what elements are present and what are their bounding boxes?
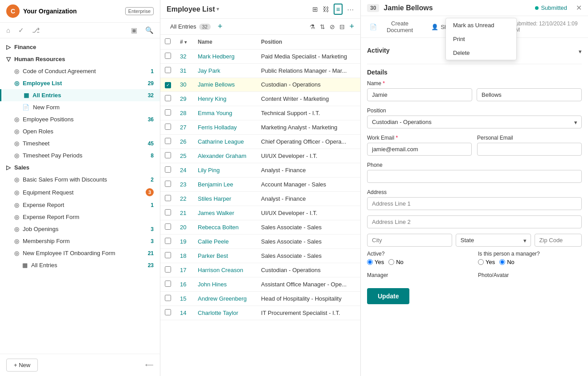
check-icon[interactable]: ✓ [18, 26, 24, 34]
table-row[interactable]: 23Benjamin LeeAccount Manager - Sales [160, 177, 360, 191]
context-menu-delete[interactable]: Delete [446, 46, 516, 60]
row-checkbox[interactable] [165, 109, 171, 116]
sidebar-item-new-form[interactable]: 📄 New Form [0, 101, 160, 113]
row-checkbox[interactable] [165, 152, 171, 158]
check-all-header[interactable] [160, 35, 176, 50]
sidebar-item-employee-positions[interactable]: ◎ Employee Positions 36 [0, 113, 160, 125]
row-checkbox[interactable] [165, 67, 171, 73]
cell-name[interactable]: Catharine League [193, 134, 257, 149]
cell-name[interactable]: Andrew Greenberg [193, 291, 257, 306]
table-row[interactable]: 14Charlotte TaylorIT Procurement Special… [160, 306, 360, 320]
cell-name[interactable]: Charlotte Taylor [193, 306, 257, 320]
table-row[interactable]: 26Catharine LeagueChief Operating Office… [160, 134, 360, 149]
sidebar-item-sales[interactable]: ▷ Sales [0, 161, 160, 174]
col-header-name[interactable]: Name [193, 35, 257, 50]
row-checkbox[interactable] [165, 209, 171, 215]
add-view-icon[interactable]: + [218, 22, 223, 31]
create-document-button[interactable]: 📄 Create Document [367, 19, 423, 35]
table-row[interactable]: 19Callie PeeleSales Associate - Sales [160, 234, 360, 248]
sidebar-item-timesheet[interactable]: ◎ Timesheet 45 [0, 137, 160, 149]
sidebar-item-code-of-conduct[interactable]: ◎ Code of Conduct Agreement 1 [0, 65, 160, 77]
row-checkbox[interactable] [165, 95, 171, 101]
context-menu-print[interactable]: Print [446, 32, 516, 46]
update-button[interactable]: Update [367, 288, 409, 304]
check-all-checkbox[interactable] [165, 38, 171, 44]
first-name-input[interactable] [367, 88, 472, 101]
table-row[interactable]: 28Emma YoungTechnical Support - I.T. [160, 106, 360, 120]
row-checkbox[interactable] [165, 281, 171, 287]
address-line2-input[interactable] [367, 215, 582, 228]
zip-input[interactable] [535, 234, 582, 247]
sidebar-item-basic-sales[interactable]: ◎ Basic Sales Form with Discounts 2 [0, 174, 160, 186]
sidebar-item-equipment-request[interactable]: ◎ Equipment Request 3 [0, 186, 160, 199]
table-row[interactable]: 17Harrison CreasonCustodian - Operations [160, 263, 360, 277]
active-no-radio[interactable] [388, 259, 394, 265]
state-select[interactable]: State [456, 234, 531, 247]
table-view-icon[interactable]: ≡ [334, 4, 343, 15]
grid-view-icon[interactable]: ⊞ [312, 5, 318, 13]
active-no-option[interactable]: No [388, 259, 404, 265]
row-checkbox[interactable] [165, 238, 171, 244]
window-icon[interactable]: ▣ [131, 26, 137, 34]
table-row[interactable]: 31Jay ParkPublic Relations Manager - Mar… [160, 64, 360, 78]
row-checkbox[interactable] [165, 309, 171, 315]
personal-email-input[interactable] [477, 143, 582, 156]
cell-name[interactable]: Mark Hedberg [193, 50, 257, 64]
cell-name[interactable]: Parker Best [193, 248, 257, 263]
cell-name[interactable]: Jay Park [193, 64, 257, 78]
table-row[interactable]: 24Lily PingAnalyst - Finance [160, 163, 360, 177]
phone-input[interactable] [367, 170, 582, 183]
add-field-icon[interactable]: + [349, 22, 354, 31]
row-checkbox[interactable] [165, 195, 171, 201]
row-checkbox-checked[interactable]: ✓ [165, 82, 171, 88]
sidebar-item-all-entries[interactable]: ▦ All Entries 32 [0, 89, 160, 101]
work-email-input[interactable] [367, 143, 472, 156]
sidebar-item-new-employee-it[interactable]: ◎ New Employee IT Onboarding Form 21 [0, 247, 160, 259]
table-row[interactable]: 21James WalkerUI/UX Developer - I.T. [160, 206, 360, 220]
hide-fields-icon[interactable]: ⊘ [330, 23, 335, 30]
cell-name[interactable]: Emma Young [193, 106, 257, 120]
table-row[interactable]: 32Mark HedbergPaid Media Specialist - Ma… [160, 50, 360, 64]
group-icon[interactable]: ⊟ [339, 23, 345, 30]
cell-name[interactable]: Jamie Bellows [193, 78, 257, 92]
row-checkbox[interactable] [165, 295, 171, 301]
sidebar-collapse-arrow[interactable]: ⟵ [145, 362, 154, 368]
table-row[interactable]: 22Stiles HarperAnalyst - Finance [160, 191, 360, 206]
search-icon[interactable]: 🔍 [145, 26, 154, 34]
sidebar-item-open-roles[interactable]: ◎ Open Roles [0, 125, 160, 137]
row-checkbox[interactable] [165, 124, 171, 130]
row-checkbox[interactable] [165, 252, 171, 258]
row-checkbox[interactable] [165, 223, 171, 230]
cell-name[interactable]: Rebecca Bolten [193, 220, 257, 234]
close-button[interactable]: ✕ [576, 4, 582, 12]
manager-yes-option[interactable]: Yes [478, 259, 495, 265]
row-checkbox[interactable] [165, 166, 171, 173]
table-row[interactable]: 25Alexander GrahamUI/UX Developer - I.T. [160, 149, 360, 163]
manager-no-option[interactable]: No [499, 259, 514, 265]
city-input[interactable] [367, 234, 452, 247]
row-checkbox[interactable] [165, 266, 171, 273]
address-line1-input[interactable] [367, 197, 582, 210]
context-menu-mark-unread[interactable]: Mark as Unread [446, 18, 516, 32]
share-icon[interactable]: ⛓ [323, 5, 329, 13]
cell-name[interactable]: John Hines [193, 277, 257, 291]
table-row[interactable]: 18Parker BestSales Associate - Sales [160, 248, 360, 263]
col-header-position[interactable]: Position [257, 35, 360, 50]
cell-name[interactable]: Benjamin Lee [193, 177, 257, 191]
sort-icon[interactable]: ⇅ [320, 23, 325, 30]
more-options-icon[interactable]: ··· [347, 5, 354, 13]
active-yes-radio[interactable] [367, 259, 373, 265]
activity-collapse-icon[interactable]: ▾ [579, 48, 582, 55]
manager-no-radio[interactable] [499, 259, 505, 265]
cell-name[interactable]: Harrison Creason [193, 263, 257, 277]
cell-name[interactable]: Ferris Holladay [193, 120, 257, 134]
sidebar-item-employee-list[interactable]: ◎ Employee List 29 [0, 77, 160, 89]
col-header-num[interactable]: # ▾ [176, 35, 193, 50]
row-checkbox[interactable] [165, 53, 171, 59]
cell-name[interactable]: Stiles Harper [193, 191, 257, 206]
sidebar-item-finance[interactable]: ▷ Finance [0, 41, 160, 53]
table-row[interactable]: 20Rebecca BoltenSales Associate - Sales [160, 220, 360, 234]
table-row[interactable]: 15Andrew GreenbergHead of Hospitality - … [160, 291, 360, 306]
list-title-chevron-icon[interactable]: ▾ [216, 6, 219, 12]
sidebar-item-timesheet-pay-periods[interactable]: ◎ Timesheet Pay Periods 8 [0, 149, 160, 161]
